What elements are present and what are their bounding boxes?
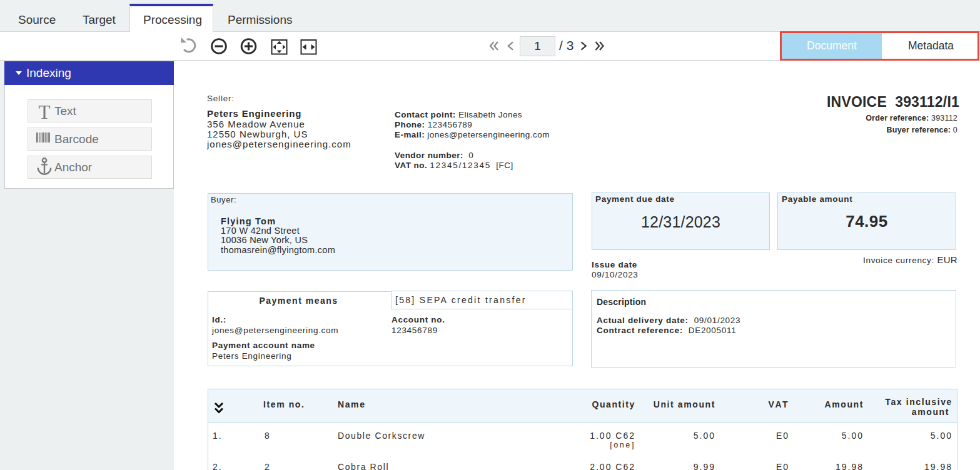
svg-text:T: T: [39, 101, 51, 122]
